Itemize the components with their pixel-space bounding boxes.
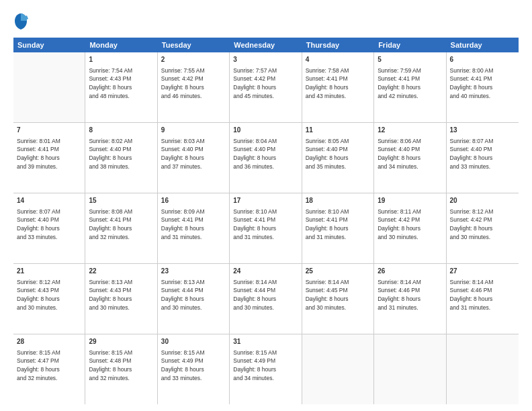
- header-day-wednesday: Wednesday: [230, 38, 302, 52]
- calendar-cell: 3Sunrise: 7:57 AM Sunset: 4:42 PM Daylig…: [230, 52, 302, 122]
- calendar-cell: 17Sunrise: 8:10 AM Sunset: 4:41 PM Dayli…: [230, 193, 302, 263]
- day-number: 7: [17, 126, 81, 136]
- day-content: Sunrise: 8:15 AM Sunset: 4:48 PM Dayligh…: [89, 349, 153, 383]
- day-content: Sunrise: 8:15 AM Sunset: 4:49 PM Dayligh…: [161, 349, 226, 383]
- day-content: Sunrise: 7:55 AM Sunset: 4:42 PM Dayligh…: [161, 66, 226, 101]
- calendar-cell: 16Sunrise: 8:09 AM Sunset: 4:41 PM Dayli…: [158, 193, 230, 263]
- header-area: [13, 12, 519, 31]
- day-number: 3: [233, 55, 298, 65]
- calendar: SundayMondayTuesdayWednesdayThursdayFrid…: [13, 38, 519, 404]
- day-number: 26: [378, 267, 442, 277]
- calendar-cell: 11Sunrise: 8:05 AM Sunset: 4:40 PM Dayli…: [302, 123, 374, 193]
- day-number: 14: [17, 196, 81, 206]
- day-content: Sunrise: 8:07 AM Sunset: 4:40 PM Dayligh…: [17, 208, 81, 242]
- day-number: 19: [378, 196, 442, 206]
- week-row-5: 28Sunrise: 8:15 AM Sunset: 4:47 PM Dayli…: [13, 334, 519, 404]
- logo: [13, 12, 31, 31]
- day-number: 16: [161, 196, 226, 206]
- day-content: Sunrise: 8:12 AM Sunset: 4:43 PM Dayligh…: [17, 278, 81, 312]
- day-number: 13: [450, 126, 515, 136]
- calendar-cell: 14Sunrise: 8:07 AM Sunset: 4:40 PM Dayli…: [13, 193, 85, 263]
- calendar-cell: 12Sunrise: 8:06 AM Sunset: 4:40 PM Dayli…: [374, 123, 446, 193]
- day-content: Sunrise: 8:14 AM Sunset: 4:46 PM Dayligh…: [378, 278, 442, 312]
- day-number: 27: [450, 267, 515, 277]
- day-content: Sunrise: 8:10 AM Sunset: 4:41 PM Dayligh…: [233, 208, 298, 242]
- calendar-cell: 4Sunrise: 7:58 AM Sunset: 4:41 PM Daylig…: [302, 52, 374, 122]
- day-content: Sunrise: 8:13 AM Sunset: 4:43 PM Dayligh…: [89, 278, 153, 312]
- header-day-thursday: Thursday: [302, 38, 374, 52]
- day-content: Sunrise: 8:13 AM Sunset: 4:44 PM Dayligh…: [161, 278, 226, 312]
- calendar-cell: 24Sunrise: 8:14 AM Sunset: 4:44 PM Dayli…: [230, 264, 302, 334]
- calendar-cell: 21Sunrise: 8:12 AM Sunset: 4:43 PM Dayli…: [13, 264, 85, 334]
- week-row-1: 1Sunrise: 7:54 AM Sunset: 4:43 PM Daylig…: [13, 52, 519, 123]
- day-content: Sunrise: 8:11 AM Sunset: 4:42 PM Dayligh…: [378, 208, 442, 242]
- calendar-body: 1Sunrise: 7:54 AM Sunset: 4:43 PM Daylig…: [13, 52, 519, 404]
- calendar-cell: 13Sunrise: 8:07 AM Sunset: 4:40 PM Dayli…: [447, 123, 519, 193]
- day-number: 30: [161, 337, 226, 347]
- day-number: 8: [89, 126, 153, 136]
- day-content: Sunrise: 8:05 AM Sunset: 4:40 PM Dayligh…: [306, 137, 370, 171]
- day-content: Sunrise: 8:14 AM Sunset: 4:44 PM Dayligh…: [233, 278, 298, 312]
- day-number: 21: [17, 267, 81, 277]
- day-content: Sunrise: 8:09 AM Sunset: 4:41 PM Dayligh…: [161, 208, 226, 242]
- day-number: 18: [306, 196, 370, 206]
- day-content: Sunrise: 8:03 AM Sunset: 4:40 PM Dayligh…: [161, 137, 226, 171]
- day-number: 20: [450, 196, 515, 206]
- calendar-cell: [374, 334, 446, 404]
- day-number: 24: [233, 267, 298, 277]
- day-content: Sunrise: 8:14 AM Sunset: 4:45 PM Dayligh…: [306, 278, 370, 312]
- week-row-4: 21Sunrise: 8:12 AM Sunset: 4:43 PM Dayli…: [13, 264, 519, 334]
- header-day-sunday: Sunday: [13, 38, 85, 52]
- day-number: 2: [161, 55, 226, 65]
- day-number: 6: [450, 55, 515, 65]
- calendar-cell: 30Sunrise: 8:15 AM Sunset: 4:49 PM Dayli…: [158, 334, 230, 404]
- day-content: Sunrise: 8:15 AM Sunset: 4:49 PM Dayligh…: [233, 349, 298, 383]
- calendar-cell: 2Sunrise: 7:55 AM Sunset: 4:42 PM Daylig…: [158, 52, 230, 122]
- day-number: 28: [17, 337, 81, 347]
- calendar-cell: 25Sunrise: 8:14 AM Sunset: 4:45 PM Dayli…: [302, 264, 374, 334]
- week-row-2: 7Sunrise: 8:01 AM Sunset: 4:41 PM Daylig…: [13, 123, 519, 193]
- calendar-cell: 9Sunrise: 8:03 AM Sunset: 4:40 PM Daylig…: [158, 123, 230, 193]
- day-content: Sunrise: 8:07 AM Sunset: 4:40 PM Dayligh…: [450, 137, 515, 171]
- day-number: 23: [161, 267, 226, 277]
- day-content: Sunrise: 8:02 AM Sunset: 4:40 PM Dayligh…: [89, 137, 153, 171]
- day-content: Sunrise: 7:54 AM Sunset: 4:43 PM Dayligh…: [89, 66, 153, 101]
- calendar-cell: 1Sunrise: 7:54 AM Sunset: 4:43 PM Daylig…: [85, 52, 157, 122]
- calendar-cell: 20Sunrise: 8:12 AM Sunset: 4:42 PM Dayli…: [447, 193, 519, 263]
- day-number: 31: [233, 337, 298, 347]
- calendar-cell: 18Sunrise: 8:10 AM Sunset: 4:41 PM Dayli…: [302, 193, 374, 263]
- calendar-header: SundayMondayTuesdayWednesdayThursdayFrid…: [13, 38, 519, 52]
- calendar-cell: 26Sunrise: 8:14 AM Sunset: 4:46 PM Dayli…: [374, 264, 446, 334]
- calendar-cell: 31Sunrise: 8:15 AM Sunset: 4:49 PM Dayli…: [230, 334, 302, 404]
- day-number: 22: [89, 267, 153, 277]
- day-content: Sunrise: 8:15 AM Sunset: 4:47 PM Dayligh…: [17, 349, 81, 383]
- week-row-3: 14Sunrise: 8:07 AM Sunset: 4:40 PM Dayli…: [13, 193, 519, 264]
- day-number: 10: [233, 126, 298, 136]
- day-content: Sunrise: 8:10 AM Sunset: 4:41 PM Dayligh…: [306, 208, 370, 242]
- calendar-cell: 7Sunrise: 8:01 AM Sunset: 4:41 PM Daylig…: [13, 123, 85, 193]
- day-number: 4: [306, 55, 370, 65]
- header-day-monday: Monday: [85, 38, 157, 52]
- day-content: Sunrise: 8:00 AM Sunset: 4:41 PM Dayligh…: [450, 66, 515, 101]
- page: SundayMondayTuesdayWednesdayThursdayFrid…: [0, 0, 532, 411]
- day-content: Sunrise: 8:06 AM Sunset: 4:40 PM Dayligh…: [378, 137, 442, 171]
- header-day-tuesday: Tuesday: [158, 38, 230, 52]
- calendar-cell: 19Sunrise: 8:11 AM Sunset: 4:42 PM Dayli…: [374, 193, 446, 263]
- calendar-cell: 8Sunrise: 8:02 AM Sunset: 4:40 PM Daylig…: [85, 123, 157, 193]
- day-content: Sunrise: 8:01 AM Sunset: 4:41 PM Dayligh…: [17, 137, 81, 171]
- header-day-friday: Friday: [374, 38, 446, 52]
- calendar-cell: 15Sunrise: 8:08 AM Sunset: 4:41 PM Dayli…: [85, 193, 157, 263]
- logo-icon: [13, 12, 28, 31]
- calendar-cell: 10Sunrise: 8:04 AM Sunset: 4:40 PM Dayli…: [230, 123, 302, 193]
- day-content: Sunrise: 7:58 AM Sunset: 4:41 PM Dayligh…: [306, 66, 370, 101]
- day-number: 12: [378, 126, 442, 136]
- calendar-cell: 23Sunrise: 8:13 AM Sunset: 4:44 PM Dayli…: [158, 264, 230, 334]
- calendar-cell: [447, 334, 519, 404]
- day-number: 17: [233, 196, 298, 206]
- day-content: Sunrise: 8:14 AM Sunset: 4:46 PM Dayligh…: [450, 278, 515, 312]
- day-number: 9: [161, 126, 226, 136]
- day-content: Sunrise: 8:08 AM Sunset: 4:41 PM Dayligh…: [89, 208, 153, 242]
- calendar-cell: [13, 52, 85, 122]
- calendar-cell: 27Sunrise: 8:14 AM Sunset: 4:46 PM Dayli…: [447, 264, 519, 334]
- calendar-cell: 29Sunrise: 8:15 AM Sunset: 4:48 PM Dayli…: [85, 334, 157, 404]
